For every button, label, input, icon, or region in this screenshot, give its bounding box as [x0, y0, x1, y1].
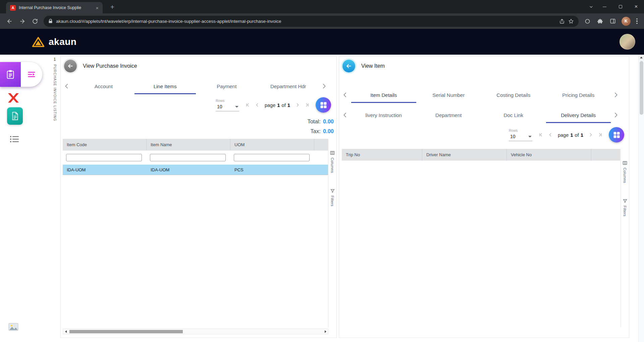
first-page-icon[interactable] — [244, 101, 252, 109]
scroll-right-arrow-icon[interactable] — [323, 329, 328, 334]
prev-page-icon[interactable] — [253, 101, 261, 109]
share-icon[interactable] — [559, 18, 565, 24]
last-page-icon[interactable] — [303, 101, 311, 109]
filter-uom-input[interactable] — [234, 154, 310, 161]
tab-scroll-right-icon[interactable] — [319, 78, 329, 94]
tab-line-items[interactable]: Line Items — [135, 78, 196, 94]
prev-page-icon[interactable] — [546, 131, 554, 139]
browser-tab[interactable]: A Internal Purchase Invoice Supplie × — [6, 2, 103, 13]
tab-list-chevron-icon[interactable] — [585, 4, 597, 9]
tab-delivery-details[interactable]: Delivery Details — [546, 107, 611, 123]
invoice-applet-icon[interactable] — [7, 107, 23, 125]
page-indicator: page1of1 — [265, 102, 290, 108]
extension-circle-icon[interactable] — [581, 15, 593, 27]
columns-icon — [330, 150, 335, 156]
column-header-vehicle-no[interactable]: Vehicle No — [507, 149, 591, 161]
refresh-icon[interactable] — [29, 15, 41, 27]
item-back-button[interactable] — [341, 58, 357, 74]
first-page-icon[interactable] — [537, 131, 545, 139]
tab-scroll-left-icon[interactable] — [339, 107, 351, 123]
user-avatar[interactable] — [620, 34, 635, 50]
bookmark-star-icon[interactable] — [568, 18, 574, 24]
tab-favicon-icon: A — [10, 5, 16, 11]
listing-tab[interactable]: 1 PURCHASE INVOICE LISTING — [50, 57, 59, 121]
browser-tab-strip: A Internal Purchase Invoice Supplie × + … — [0, 0, 644, 13]
last-page-icon[interactable] — [596, 131, 604, 139]
listing-label: PURCHASE INVOICE LISTING — [53, 64, 57, 121]
tab-payment[interactable]: Payment — [196, 78, 258, 94]
filter-item-name-input[interactable] — [150, 154, 226, 161]
column-header-uom[interactable]: UOM — [230, 139, 314, 151]
tab-costing-details[interactable]: Costing Details — [481, 87, 546, 103]
tab-scroll-left-icon[interactable] — [339, 87, 351, 103]
tab-close-icon[interactable]: × — [95, 5, 99, 11]
invoice-panel: View Purchase Invoice Account Line Items… — [60, 56, 337, 338]
column-header-trip-no[interactable]: Trip No — [342, 149, 422, 161]
url-bar[interactable]: akaun.cloud/#/applets/tnt/wavelet/erp/in… — [44, 16, 579, 27]
browser-profile-avatar[interactable]: K — [622, 17, 631, 26]
item-table-controls: Rows 10 page1of1 — [509, 127, 624, 142]
tab-doc-link[interactable]: Doc Link — [481, 107, 546, 123]
filters-tool[interactable]: Filters — [330, 188, 335, 207]
item-tab-bar-secondary: livery Instruction Department Doc Link D… — [339, 107, 621, 123]
applet-launcher[interactable] — [0, 62, 42, 87]
page-scrollbar[interactable] — [638, 55, 644, 342]
table-side-tools: Columns Filters — [328, 139, 336, 328]
back-button[interactable] — [63, 58, 78, 74]
list-menu-icon[interactable] — [9, 134, 19, 144]
column-header-item-code[interactable]: Item Code — [63, 139, 147, 151]
grid-view-button[interactable] — [609, 127, 624, 142]
tab-delivery-instruction[interactable]: livery Instruction — [351, 107, 416, 123]
url-text: akaun.cloud/#/applets/tnt/wavelet/erp/in… — [56, 19, 556, 24]
filters-tool[interactable]: Filters — [623, 198, 628, 217]
column-header-driver-name[interactable]: Driver Name — [422, 149, 507, 161]
tab-department-hdr[interactable]: Department Hdr — [258, 78, 319, 94]
columns-tool[interactable]: Columns — [622, 160, 628, 183]
column-header-filler — [591, 149, 620, 161]
forward-icon[interactable] — [16, 15, 28, 27]
tab-item-details[interactable]: Item Details — [351, 87, 416, 103]
next-page-icon[interactable] — [293, 101, 302, 109]
tab-department[interactable]: Department — [416, 107, 481, 123]
tab-scroll-right-icon[interactable] — [611, 107, 621, 123]
item-tab-bar-primary: Item Details Serial Number Costing Detai… — [339, 87, 621, 103]
extensions-puzzle-icon[interactable] — [594, 15, 606, 27]
side-panel-icon[interactable] — [607, 15, 619, 27]
red-applet-icon[interactable] — [7, 93, 19, 103]
rows-per-page-select[interactable]: Rows 10 — [509, 128, 532, 141]
tab-pricing-details[interactable]: Pricing Details — [546, 87, 611, 103]
pagination: page1of1 — [537, 131, 604, 139]
window-controls: × — [585, 0, 644, 13]
window-maximize-button[interactable] — [612, 0, 628, 13]
scroll-left-arrow-icon[interactable] — [63, 329, 68, 334]
column-header-item-name[interactable]: Item Name — [147, 139, 230, 151]
scroll-up-arrow-icon[interactable] — [639, 55, 644, 60]
lock-icon — [48, 19, 53, 23]
table-row[interactable]: IDA-UOM IDA-UOM PCS — [63, 165, 328, 175]
horizontal-scrollbar[interactable] — [63, 329, 328, 334]
rows-per-page-select[interactable]: Rows 10 — [216, 99, 239, 111]
window-minimize-button[interactable] — [597, 0, 612, 13]
filter-item-code-input[interactable] — [66, 154, 142, 161]
app-logo[interactable]: akaun — [32, 37, 76, 47]
back-icon[interactable] — [3, 15, 15, 27]
columns-tool[interactable]: Columns — [330, 150, 335, 173]
item-panel: View Item Item Details Serial Number Cos… — [339, 56, 629, 338]
browser-menu-icon[interactable] — [633, 15, 641, 27]
tab-scroll-right-icon[interactable] — [611, 87, 621, 103]
tab-serial-number[interactable]: Serial Number — [416, 87, 481, 103]
rows-label: Rows — [509, 128, 532, 132]
menu-expand-icon[interactable] — [21, 70, 42, 79]
grid-view-button[interactable] — [316, 97, 331, 113]
next-page-icon[interactable] — [587, 131, 595, 139]
new-tab-button[interactable]: + — [107, 2, 117, 12]
table-side-tools: Columns Filters — [621, 149, 629, 328]
cell-uom: PCS — [230, 165, 314, 175]
tab-scroll-left-icon[interactable] — [61, 78, 73, 94]
window-close-button[interactable]: × — [628, 0, 644, 13]
rows-value: 10 — [217, 104, 222, 109]
image-thumbnail-icon[interactable] — [8, 323, 18, 331]
horizontal-scrollbar-thumb[interactable] — [69, 330, 183, 333]
tab-account[interactable]: Account — [73, 78, 135, 94]
page-scrollbar-thumb[interactable] — [640, 61, 643, 115]
